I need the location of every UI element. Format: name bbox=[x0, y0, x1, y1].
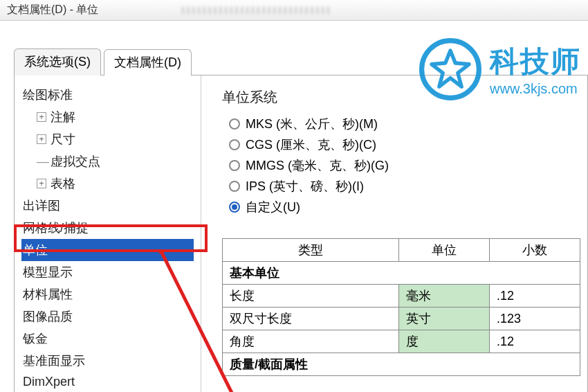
radio-mmgs[interactable]: MMGS (毫米、克、秒)(G) bbox=[229, 155, 580, 176]
tree-image-quality[interactable]: 图像品质 bbox=[21, 305, 194, 328]
expand-icon[interactable]: + bbox=[37, 112, 46, 122]
radio-icon-checked bbox=[229, 202, 240, 213]
section-basic-units: 基本单位 bbox=[223, 262, 580, 285]
table-row-dual-length: 双尺寸长度 英寸 .123 bbox=[223, 308, 580, 330]
radio-cgs[interactable]: CGS (厘米、克、秒)(C) bbox=[229, 134, 580, 155]
radio-icon bbox=[229, 160, 240, 171]
unit-system-label: 单位系统 bbox=[222, 88, 580, 107]
section-mass: 质量/截面属性 bbox=[223, 353, 580, 376]
window-title: 文档属性(D) - 单位 bbox=[7, 3, 98, 17]
radio-icon bbox=[229, 181, 240, 192]
dialog-window: 文档属性(D) - 单位 I I I I I I I I I I I I I I… bbox=[0, 0, 588, 392]
cell-angle-decimal[interactable]: .12 bbox=[490, 330, 580, 353]
table-row-length: 长度 毫米 .12 bbox=[223, 285, 580, 308]
tree-plane-display[interactable]: 基准面显示 bbox=[21, 350, 194, 372]
radio-icon bbox=[229, 139, 240, 150]
cell-dual-decimal[interactable]: .123 bbox=[490, 308, 580, 330]
tree-detailing[interactable]: 出详图 bbox=[21, 195, 194, 217]
unit-table: 类型 单位 小数 基本单位 长度 毫米 .12 bbox=[222, 238, 580, 376]
radio-mks[interactable]: MKS (米、公斤、秒)(M) bbox=[229, 114, 580, 134]
tree-grid-snap[interactable]: 网格线/捕捉 bbox=[21, 217, 194, 239]
tree-dimensions[interactable]: + 尺寸 bbox=[21, 128, 194, 150]
expand-icon[interactable]: + bbox=[37, 179, 46, 188]
tree-virtual-sharp[interactable]: — 虚拟交点 bbox=[21, 150, 194, 172]
tab-document-properties[interactable]: 文档属性(D) bbox=[104, 49, 192, 76]
tab-system-options[interactable]: 系统选项(S) bbox=[14, 48, 101, 75]
tree-units[interactable]: 单位 bbox=[21, 239, 194, 261]
tree-sheet-metal[interactable]: 钣金 bbox=[21, 328, 194, 350]
radio-ips[interactable]: IPS (英寸、磅、秒)(I) bbox=[229, 176, 580, 197]
leaf-icon: — bbox=[37, 154, 46, 169]
col-type: 类型 bbox=[223, 239, 399, 262]
cell-length-unit[interactable]: 毫米 bbox=[399, 285, 490, 308]
blurred-text: I I I I I I I I I I I I I I I I I I I I … bbox=[181, 5, 329, 16]
unit-system-radio-group: MKS (米、公斤、秒)(M) CGS (厘米、克、秒)(C) MMGS (毫米… bbox=[229, 114, 580, 217]
tree-dimxpert[interactable]: DimXpert bbox=[21, 372, 194, 392]
col-decimal: 小数 bbox=[490, 239, 580, 262]
tree-model-display[interactable]: 模型显示 bbox=[21, 261, 194, 283]
col-unit: 单位 bbox=[399, 239, 490, 262]
tab-panel: 绘图标准 + 注解 + 尺寸 — 虚拟交点 + 表格 bbox=[14, 75, 588, 392]
radio-icon bbox=[229, 118, 240, 130]
radio-custom[interactable]: 自定义(U) bbox=[229, 197, 580, 217]
right-panel: 单位系统 MKS (米、公斤、秒)(M) CGS (厘米、克、秒)(C) MMG… bbox=[201, 75, 587, 392]
expand-icon[interactable]: + bbox=[37, 134, 46, 144]
table-row-angle: 角度 度 .12 bbox=[223, 330, 580, 353]
tree-material-props[interactable]: 材料属性 bbox=[21, 283, 194, 305]
tabs: 系统选项(S) 文档属性(D) bbox=[14, 48, 588, 75]
cell-angle-unit[interactable]: 度 bbox=[399, 330, 490, 353]
tree-annotations[interactable]: + 注解 bbox=[21, 106, 194, 128]
cell-length-decimal[interactable]: .12 bbox=[490, 285, 580, 308]
tree-drawing-standard[interactable]: 绘图标准 bbox=[21, 84, 194, 106]
table-header-row: 类型 单位 小数 bbox=[223, 239, 580, 262]
content-area: 系统选项(S) 文档属性(D) 绘图标准 + 注解 + 尺寸 — 虚拟交点 bbox=[0, 21, 588, 392]
titlebar: 文档属性(D) - 单位 I I I I I I I I I I I I I I… bbox=[0, 0, 588, 21]
tree-panel: 绘图标准 + 注解 + 尺寸 — 虚拟交点 + 表格 bbox=[15, 75, 201, 392]
tree-tables[interactable]: + 表格 bbox=[21, 172, 194, 195]
cell-dual-unit[interactable]: 英寸 bbox=[399, 308, 490, 330]
